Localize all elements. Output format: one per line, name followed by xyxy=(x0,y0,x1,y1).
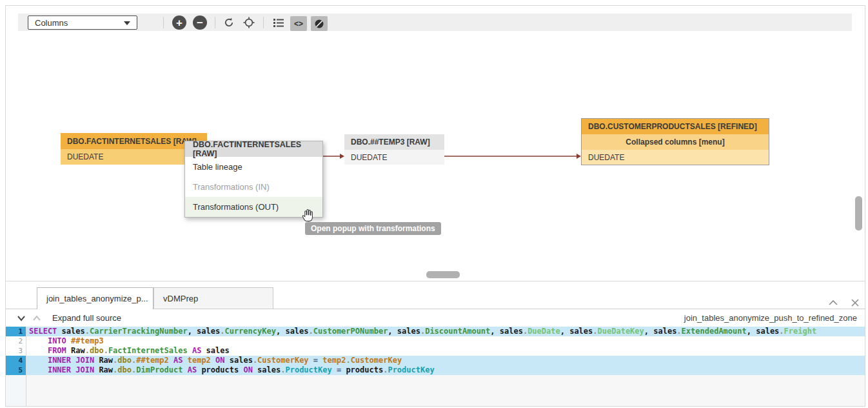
lineage-canvas: DBO.FACTINTERNETSALES [RAW] DUEDATE DBO.… xyxy=(6,31,865,281)
source-tabstrip: join_tables_anonymize_p... vDMPrep xyxy=(6,287,865,309)
line-number: 2 xyxy=(6,336,26,346)
tab-vdmprep[interactable]: vDMPrep xyxy=(153,287,273,309)
collapse-up-icon[interactable] xyxy=(32,314,41,323)
context-menu-title: DBO.FACTINTERNETSALES [RAW] xyxy=(185,141,322,157)
diagram-toolbar: Columns + − <> xyxy=(18,14,852,32)
contrast-icon xyxy=(314,19,324,29)
code-text: FROM Raw.dbo.FactInternetSales AS sales xyxy=(26,346,865,356)
collapse-panel-icon[interactable] xyxy=(828,298,838,308)
columns-view-select-value: Columns xyxy=(35,18,68,28)
toolbar-divider xyxy=(263,17,264,28)
code-filler xyxy=(6,375,865,406)
columns-view-select[interactable]: Columns xyxy=(28,15,137,30)
table-node-temp3[interactable]: DBO.##TEMP3 [RAW] DUEDATE xyxy=(344,134,444,165)
column-row-duedate[interactable]: DUEDATE xyxy=(344,150,444,165)
code-line-4[interactable]: 4 INNER JOIN Raw.dbo.##temp2 AS temp2 ON… xyxy=(6,356,865,365)
tab-join-tables-anonymize[interactable]: join_tables_anonymize_p... xyxy=(37,287,153,309)
list-view-icon[interactable] xyxy=(273,17,284,28)
code-icon: <> xyxy=(294,19,303,28)
table-node-header[interactable]: DBO.CUSTOMERPRODUCTSALES [REFINED] xyxy=(582,119,769,134)
expand-down-icon[interactable] xyxy=(17,314,26,323)
source-panel: join_tables_anonymize_p... vDMPrep Expan… xyxy=(6,281,865,406)
chevron-down-icon xyxy=(124,21,130,25)
vertical-scrollbar-thumb[interactable] xyxy=(855,196,862,230)
toolbar-divider xyxy=(163,17,164,28)
code-text: INNER JOIN Raw.dbo.DimProduct AS product… xyxy=(26,365,865,375)
close-panel-icon[interactable] xyxy=(850,298,860,308)
code-line-5[interactable]: 5 INNER JOIN Raw.dbo.DimProduct AS produ… xyxy=(6,365,865,375)
expand-full-source-label[interactable]: Expand full source xyxy=(52,313,121,323)
zoom-in-button[interactable]: + xyxy=(172,15,186,30)
line-number: 5 xyxy=(6,365,26,375)
code-text: INTO ##temp3 xyxy=(26,336,865,346)
center-view-icon[interactable] xyxy=(243,17,255,28)
column-row-duedate[interactable]: DUEDATE xyxy=(582,150,769,165)
code-line-1[interactable]: 1SELECT sales.CarrierTrackingNumber, sal… xyxy=(6,327,865,336)
code-view-button[interactable]: <> xyxy=(290,16,307,31)
contrast-button[interactable] xyxy=(311,16,328,31)
tooltip: Open popup with transformations xyxy=(305,222,441,235)
code-text: INNER JOIN Raw.dbo.##temp2 AS temp2 ON s… xyxy=(26,356,865,365)
table-node-header[interactable]: DBO.##TEMP3 [RAW] xyxy=(344,134,444,150)
context-menu: DBO.FACTINTERNETSALES [RAW] Table lineag… xyxy=(184,141,323,218)
code-text: SELECT sales.CarrierTrackingNumber, sale… xyxy=(26,327,865,336)
code-line-3[interactable]: 3 FROM Raw.dbo.FactInternetSales AS sale… xyxy=(6,346,865,356)
line-number: 3 xyxy=(6,346,26,356)
plus-icon: + xyxy=(176,17,182,28)
app-window: Columns + − <> xyxy=(5,5,865,407)
menu-item-transformations-in[interactable]: Transformations (IN) xyxy=(185,177,322,197)
zoom-out-button[interactable]: − xyxy=(193,15,207,30)
sql-code: 1SELECT sales.CarrierTrackingNumber, sal… xyxy=(6,327,865,406)
line-number: 1 xyxy=(6,327,26,336)
minus-icon: − xyxy=(197,17,203,28)
code-line-2[interactable]: 2 INTO ##temp3 xyxy=(6,336,865,346)
source-controls-row: Expand full source join_tables_anonymize… xyxy=(6,309,865,327)
menu-item-table-lineage[interactable]: Table lineage xyxy=(185,157,322,177)
collapsed-columns-row[interactable]: Collapsed columns [menu] xyxy=(582,134,769,150)
line-number: 4 xyxy=(6,356,26,365)
refresh-icon[interactable] xyxy=(223,17,235,28)
hand-cursor-icon xyxy=(300,207,314,223)
query-name-label: join_tables_anonymize_push_to_refined_zo… xyxy=(684,309,857,327)
horizontal-scrollbar-thumb[interactable] xyxy=(426,271,460,278)
toolbar-divider xyxy=(215,17,215,28)
table-node-customerproductsales[interactable]: DBO.CUSTOMERPRODUCTSALES [REFINED] Colla… xyxy=(581,118,769,165)
